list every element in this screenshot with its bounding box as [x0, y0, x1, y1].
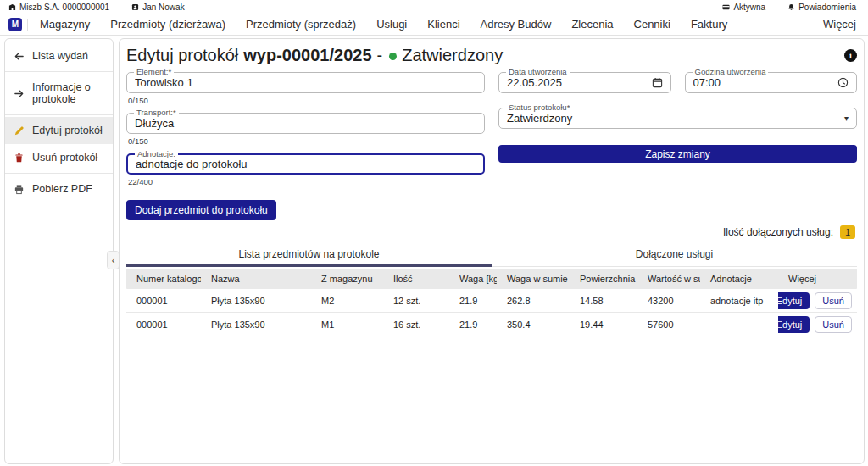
session-group[interactable]: Aktywna [722, 3, 765, 12]
sidebar-item-label: Usuń protokół [32, 152, 97, 164]
cell-adnotacje: adnotacje itp [700, 296, 778, 306]
status-dot [389, 53, 397, 60]
sidebar-item-label: Pobierz PDF [32, 183, 92, 195]
bell-icon [787, 3, 795, 11]
cell-numer: 000001 [126, 319, 201, 330]
notifications-group[interactable]: Powiadomienia [787, 3, 856, 12]
arrow-right-icon [14, 88, 25, 99]
user-group: Jan Nowak [131, 3, 184, 12]
col-z-magazynu: Z magazynu [311, 274, 383, 284]
info-icon[interactable]: i [844, 49, 857, 62]
creation-time-label: Godzina utworzenia [693, 68, 769, 76]
transport-label: Transport:* [134, 108, 179, 117]
nav-item-magazyny[interactable]: Magazyny [40, 18, 90, 31]
arrow-left-icon [14, 51, 25, 62]
cell-waga-suma: 350.4 [497, 319, 570, 330]
tab-dolaczone-uslugi[interactable]: Dołączone usługi [492, 244, 857, 266]
cell-numer: 000001 [126, 296, 201, 306]
sidebar-item-edytuj-protokol[interactable]: Edytuj protokół [5, 117, 113, 144]
main-panel: Edytuj protokół wyp-00001/2025 - Zatwier… [119, 38, 865, 464]
nav-item-przedmioty-sprzedaz[interactable]: Przedmioty (sprzedaż) [246, 18, 356, 31]
cell-magazyn: M1 [311, 319, 383, 330]
cell-actions: Edytuj Usuń [778, 292, 857, 309]
sidebar-collapse-button[interactable]: ‹ [107, 251, 120, 269]
element-field[interactable]: Element:* Torowisko 1 [126, 72, 485, 93]
calendar-icon[interactable] [652, 77, 663, 88]
app-logo[interactable]: M [8, 18, 22, 31]
edit-row-button[interactable]: Edytuj [778, 292, 810, 309]
tab-lista-przedmiotow[interactable]: Lista przedmiotów na protokole [126, 244, 492, 266]
adnotacje-value: adnotacje do protokołu [136, 158, 476, 170]
nav-more[interactable]: Więcej [823, 18, 856, 31]
delete-row-button[interactable]: Usuń [815, 316, 852, 333]
creation-date-field[interactable]: Data utworzenia 22.05.2025 [498, 72, 671, 93]
cell-nazwa: Płyta 135x90 [201, 319, 311, 330]
form-left-column: Element:* Torowisko 1 0/150 Transport:* … [126, 72, 485, 220]
creation-time-field[interactable]: Godzina utworzenia 07:00 [685, 72, 858, 93]
element-value: Torowisko 1 [135, 76, 476, 89]
cell-waga: 21.9 [449, 319, 497, 330]
delete-row-button[interactable]: Usuń [815, 292, 852, 309]
main-nav: M Magazyny Przedmioty (dzierżawa) Przedm… [0, 14, 868, 36]
table-row: 000001 Płyta 135x90 M2 12 szt. 21.9 262.… [126, 289, 857, 313]
title-prefix: Edytuj protokół [126, 46, 238, 65]
tabs: Lista przedmiotów na protokole Dołączone… [126, 244, 857, 267]
content-area: Lista wydań Informacje o protokole Edytu… [0, 36, 868, 464]
col-waga-w-sumie: Waga w sumie [kg] [497, 274, 570, 284]
sidebar-item-usun-protokol[interactable]: Usuń protokół [5, 144, 113, 171]
notifications-label: Powiadomienia [798, 3, 856, 12]
form-right-column: Data utworzenia 22.05.2025 Godzina utwor… [498, 72, 857, 220]
session-status: Aktywna [733, 3, 765, 12]
adnotacje-label: Adnotacje: [135, 150, 178, 158]
nav-divider [27, 19, 28, 31]
table-header: Numer katalogowy Nazwa Z magazynu Ilość … [126, 269, 857, 289]
transport-value: Dłużyca [135, 117, 476, 130]
col-wiecej: Więcej [778, 274, 857, 284]
sidebar-item-informacje[interactable]: Informacje o protokole [5, 74, 113, 113]
cell-magazyn: M2 [311, 296, 383, 306]
protocol-form: Element:* Torowisko 1 0/150 Transport:* … [126, 72, 857, 220]
services-count-badge: 1 [840, 225, 855, 239]
nav-item-adresy-budow[interactable]: Adresy Budów [481, 18, 552, 31]
nav-item-faktury[interactable]: Faktury [691, 18, 727, 31]
sidebar-item-pobierz-pdf[interactable]: Pobierz PDF [5, 175, 113, 202]
cell-wartosc: 43200 [637, 296, 700, 306]
clock-icon[interactable] [837, 77, 849, 88]
save-button[interactable]: Zapisz zmiany [498, 145, 857, 163]
adnotacje-field[interactable]: Adnotacje: adnotacje do protokołu [126, 153, 485, 175]
col-powierzchnia: Powierzchnia [m²] [570, 274, 637, 284]
status-text: Zatwierdzony [402, 46, 503, 65]
title-separator: - [377, 46, 383, 65]
utility-bar: Miszb S.A. 0000000001 Jan Nowak Aktywna … [0, 0, 868, 14]
col-waga: Waga [kg] [449, 274, 497, 284]
cell-waga-suma: 262.8 [497, 296, 570, 306]
nav-item-uslugi[interactable]: Usługi [376, 18, 407, 31]
cell-powierzchnia: 14.58 [570, 296, 637, 306]
printer-icon [14, 184, 25, 195]
col-wartosc-w-sumie: Wartość w sumie [637, 274, 700, 284]
sidebar: Lista wydań Informacje o protokole Edytu… [4, 38, 114, 464]
adnotacje-counter: 22/400 [128, 177, 485, 186]
protocol-status-select[interactable]: Status protokołu* Zatwierdzony ▾ [498, 108, 857, 129]
edit-row-button[interactable]: Edytuj [778, 316, 810, 333]
add-item-button[interactable]: Dodaj przedmiot do protokołu [126, 200, 276, 220]
creation-date-label: Data utworzenia [506, 68, 570, 76]
cell-waga: 21.9 [449, 296, 497, 306]
col-adnotacje: Adnotacje [700, 274, 778, 284]
cell-ilosc: 12 szt. [383, 296, 449, 306]
protocol-status-label: Status protokołu* [506, 103, 572, 112]
transport-field[interactable]: Transport:* Dłużyca [126, 113, 485, 134]
chevron-left-icon: ‹ [112, 255, 115, 265]
sidebar-item-label: Lista wydań [32, 50, 88, 62]
sidebar-item-lista-wydan[interactable]: Lista wydań [5, 42, 113, 69]
sidebar-separator [5, 71, 113, 72]
nav-item-klienci[interactable]: Klienci [427, 18, 459, 31]
creation-time-value: 07:00 [693, 76, 838, 89]
session-card-icon [722, 3, 730, 11]
col-ilosc: Ilość [383, 274, 449, 284]
sidebar-separator [5, 114, 113, 115]
nav-item-cenniki[interactable]: Cenniki [634, 18, 670, 31]
col-nazwa: Nazwa [201, 274, 311, 284]
nav-item-przedmioty-dzierzawa[interactable]: Przedmioty (dzierżawa) [110, 18, 225, 31]
nav-item-zlecenia[interactable]: Zlecenia [571, 18, 613, 31]
